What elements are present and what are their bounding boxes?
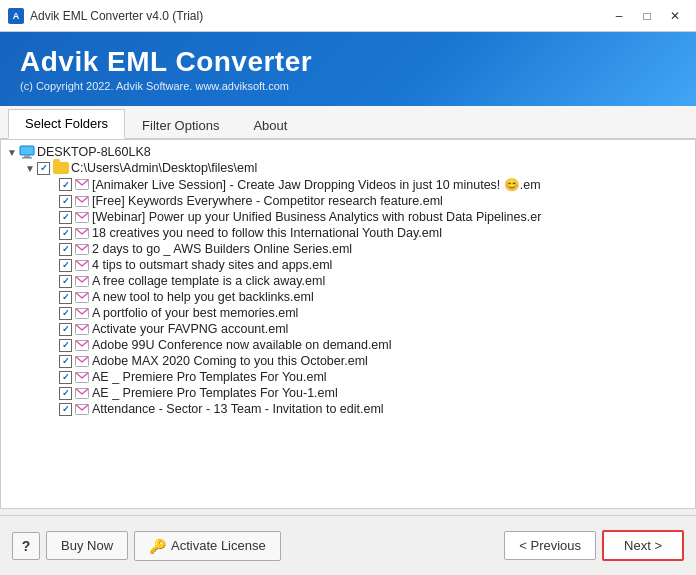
checkbox-item-0[interactable]: [59, 178, 72, 191]
email-label-13: AE _ Premiere Pro Templates For You-1.em…: [92, 386, 338, 400]
email-label-3: 18 creatives you need to follow this Int…: [92, 226, 442, 240]
footer-left: ? Buy Now 🔑 Activate License: [12, 531, 281, 561]
email-icon-9: [75, 324, 89, 335]
checkbox-item-1[interactable]: [59, 195, 72, 208]
list-item[interactable]: AE _ Premiere Pro Templates For You.eml: [1, 369, 695, 385]
email-icon-6: [75, 276, 89, 287]
email-label-14: Attendance - Sector - 13 Team - Invitati…: [92, 402, 384, 416]
title-bar-text: Advik EML Converter v4.0 (Trial): [30, 9, 203, 23]
email-label-11: Adobe MAX 2020 Coming to you this Octobe…: [92, 354, 368, 368]
list-item[interactable]: AE _ Premiere Pro Templates For You-1.em…: [1, 385, 695, 401]
title-bar-left: A Advik EML Converter v4.0 (Trial): [8, 8, 203, 24]
list-item[interactable]: 4 tips to outsmart shady sites and apps.…: [1, 257, 695, 273]
leaf-spacer: [45, 194, 59, 208]
email-label-1: [Free] Keywords Everywhere - Competitor …: [92, 194, 443, 208]
email-icon-11: [75, 356, 89, 367]
folder-label: C:\Users\Admin\Desktop\files\eml: [71, 161, 257, 175]
email-label-12: AE _ Premiere Pro Templates For You.eml: [92, 370, 327, 384]
tab-bar: Select Folders Filter Options About: [0, 106, 696, 140]
expand-icon-2: ▼: [23, 161, 37, 175]
list-item[interactable]: A new tool to help you get backlinks.eml: [1, 289, 695, 305]
tree-folder-eml[interactable]: ▼ C:\Users\Admin\Desktop\files\eml: [1, 160, 695, 176]
email-label-7: A new tool to help you get backlinks.eml: [92, 290, 314, 304]
email-label-0: [Animaker Live Session] - Create Jaw Dro…: [92, 177, 541, 192]
list-item[interactable]: [Free] Keywords Everywhere - Competitor …: [1, 193, 695, 209]
checkbox-item-13[interactable]: [59, 387, 72, 400]
email-label-8: A portfolio of your best memories.eml: [92, 306, 298, 320]
main-content: ▼ DESKTOP-8L60LK8 ▼ C:\Users\Admin\Deskt…: [0, 140, 696, 509]
email-label-5: 4 tips to outsmart shady sites and apps.…: [92, 258, 332, 272]
checkbox-folder-eml[interactable]: [37, 162, 50, 175]
checkbox-item-9[interactable]: [59, 323, 72, 336]
email-icon-13: [75, 388, 89, 399]
leaf-spacer: [45, 178, 59, 192]
email-icon-0: [75, 179, 89, 190]
list-item[interactable]: A portfolio of your best memories.eml: [1, 305, 695, 321]
activate-label: Activate License: [171, 538, 266, 553]
email-label-6: A free collage template is a click away.…: [92, 274, 325, 288]
email-icon-1: [75, 196, 89, 207]
email-icon-7: [75, 292, 89, 303]
footer: ? Buy Now 🔑 Activate License < Previous …: [0, 515, 696, 575]
file-tree[interactable]: ▼ DESKTOP-8L60LK8 ▼ C:\Users\Admin\Deskt…: [1, 140, 695, 508]
checkbox-item-6[interactable]: [59, 275, 72, 288]
list-item[interactable]: Activate your FAVPNG account.eml: [1, 321, 695, 337]
minimize-button[interactable]: –: [606, 7, 632, 25]
list-item[interactable]: A free collage template is a click away.…: [1, 273, 695, 289]
close-button[interactable]: ✕: [662, 7, 688, 25]
leaf-spacer: [45, 210, 59, 224]
tab-about[interactable]: About: [236, 111, 304, 139]
app-title: Advik EML Converter: [20, 46, 676, 78]
list-item[interactable]: Adobe 99U Conference now available on de…: [1, 337, 695, 353]
svg-rect-2: [22, 157, 32, 159]
help-button[interactable]: ?: [12, 532, 40, 560]
checkbox-item-11[interactable]: [59, 355, 72, 368]
copyright-text: (c) Copyright 2022. Advik Software. www.…: [20, 80, 676, 92]
tab-filter-options[interactable]: Filter Options: [125, 111, 236, 139]
checkbox-item-4[interactable]: [59, 243, 72, 256]
checkbox-item-12[interactable]: [59, 371, 72, 384]
root-label: DESKTOP-8L60LK8: [37, 145, 151, 159]
email-icon-2: [75, 212, 89, 223]
app-icon: A: [8, 8, 24, 24]
checkbox-item-8[interactable]: [59, 307, 72, 320]
title-bar: A Advik EML Converter v4.0 (Trial) – □ ✕: [0, 0, 696, 32]
checkbox-item-7[interactable]: [59, 291, 72, 304]
list-item[interactable]: Attendance - Sector - 13 Team - Invitati…: [1, 401, 695, 417]
maximize-button[interactable]: □: [634, 7, 660, 25]
email-label-4: 2 days to go _ AWS Builders Online Serie…: [92, 242, 352, 256]
activate-license-button[interactable]: 🔑 Activate License: [134, 531, 281, 561]
email-label-9: Activate your FAVPNG account.eml: [92, 322, 288, 336]
list-item[interactable]: Adobe MAX 2020 Coming to you this Octobe…: [1, 353, 695, 369]
checkbox-item-10[interactable]: [59, 339, 72, 352]
tree-root[interactable]: ▼ DESKTOP-8L60LK8: [1, 144, 695, 160]
svg-rect-0: [20, 146, 34, 155]
email-icon-12: [75, 372, 89, 383]
key-icon: 🔑: [149, 538, 166, 554]
app-header: Advik EML Converter (c) Copyright 2022. …: [0, 32, 696, 106]
email-icon-8: [75, 308, 89, 319]
email-label-2: [Webinar] Power up your Unified Business…: [92, 210, 541, 224]
email-icon-3: [75, 228, 89, 239]
checkbox-item-2[interactable]: [59, 211, 72, 224]
expand-icon: ▼: [5, 145, 19, 159]
list-item[interactable]: 2 days to go _ AWS Builders Online Serie…: [1, 241, 695, 257]
list-item[interactable]: [Webinar] Power up your Unified Business…: [1, 209, 695, 225]
folder-icon-eml: [53, 161, 69, 175]
checkbox-item-14[interactable]: [59, 403, 72, 416]
next-button[interactable]: Next >: [602, 530, 684, 561]
email-icon-5: [75, 260, 89, 271]
list-item[interactable]: [Animaker Live Session] - Create Jaw Dro…: [1, 176, 695, 193]
buy-now-button[interactable]: Buy Now: [46, 531, 128, 560]
checkbox-item-5[interactable]: [59, 259, 72, 272]
email-icon-4: [75, 244, 89, 255]
checkbox-item-3[interactable]: [59, 227, 72, 240]
tab-select-folders[interactable]: Select Folders: [8, 109, 125, 139]
email-icon-14: [75, 404, 89, 415]
footer-right: < Previous Next >: [504, 530, 684, 561]
previous-button[interactable]: < Previous: [504, 531, 596, 560]
email-icon-10: [75, 340, 89, 351]
svg-rect-1: [24, 155, 30, 157]
email-label-10: Adobe 99U Conference now available on de…: [92, 338, 392, 352]
list-item[interactable]: 18 creatives you need to follow this Int…: [1, 225, 695, 241]
